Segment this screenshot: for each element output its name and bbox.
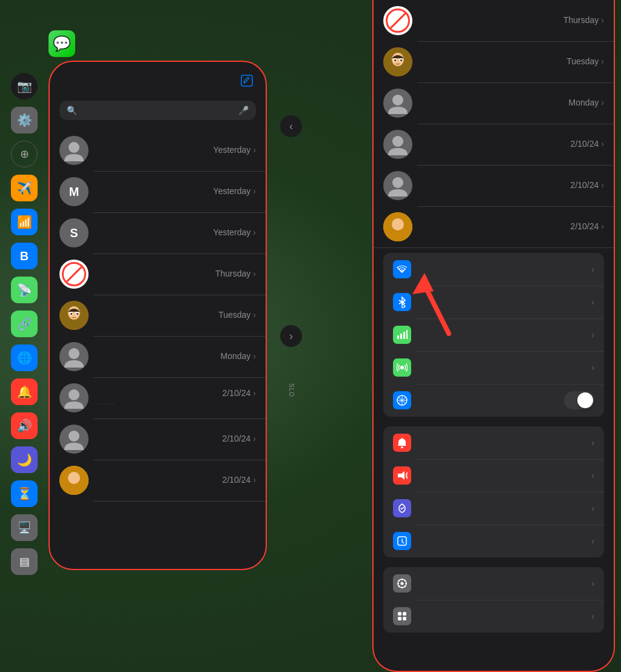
hotspot-icon: [393, 358, 411, 377]
nav-back: ‹: [280, 115, 302, 137]
svg-point-7: [76, 313, 78, 315]
list-item[interactable]: 2/10/24 ›: [374, 206, 614, 247]
avatar-blocked: [383, 6, 412, 35]
search-bar[interactable]: 🔍 🎤: [59, 101, 256, 120]
message-time: Yesterday: [213, 186, 251, 196]
list-item[interactable]: Thursday ›: [374, 0, 614, 41]
message-content: Yesterday ›: [96, 227, 256, 238]
avatar-anime: [59, 301, 89, 330]
avatar: [59, 342, 89, 371]
system-settings-group: › › ›: [383, 426, 604, 557]
left-sidebar: 📷 ⚙️ ⊕ ✈️ 📶 B 📡 🔗 🌐 🔔 🔊 🌙 ⏳ 🖥️ ▤: [0, 0, 49, 672]
cellular-icon: 📡: [11, 277, 38, 303]
message-time: Yesterday: [213, 227, 251, 237]
avatar: S: [59, 218, 89, 247]
list-item[interactable]: Monday ›: [50, 336, 266, 377]
notifications-row[interactable]: ›: [383, 426, 604, 459]
svg-point-28: [400, 366, 404, 369]
controlcenter-row[interactable]: ›: [383, 600, 604, 633]
list-item[interactable]: 2/10/24 ›: [374, 165, 614, 206]
notifications-chevron: ›: [591, 438, 594, 448]
messages-title: [50, 93, 266, 101]
controlcenter-icon: [393, 607, 411, 625]
general-chevron: ›: [591, 579, 594, 588]
messages-header: [50, 62, 266, 93]
list-item[interactable]: 2/10/24 ›: [50, 460, 266, 501]
list-item[interactable]: 2/10/24 › - - - - -: [50, 377, 266, 418]
list-item[interactable]: Tuesday ›: [50, 295, 266, 336]
svg-rect-35: [398, 612, 401, 616]
list-item[interactable]: 2/10/24 ›: [50, 418, 266, 460]
list-item[interactable]: Tuesday ›: [374, 41, 614, 82]
message-time: 2/10/24: [571, 139, 599, 149]
general-settings-group: › ›: [383, 567, 604, 633]
list-item[interactable]: Yesterday ›: [50, 130, 266, 171]
notifications-icon: [393, 434, 411, 452]
message-content: Thursday ›: [96, 269, 256, 280]
svg-point-6: [70, 313, 72, 315]
message-content: Monday ›: [420, 98, 604, 109]
avatar: [383, 171, 412, 200]
list-item[interactable]: M Yesterday ›: [50, 171, 266, 212]
focus-row[interactable]: ›: [383, 492, 604, 525]
controlcenter-chevron: ›: [591, 611, 594, 621]
svg-point-10: [69, 431, 79, 442]
message-content: Yesterday ›: [96, 145, 256, 156]
focus-icon: [393, 499, 411, 517]
message-time: Thursday: [563, 15, 599, 25]
message-time: Monday: [569, 98, 599, 107]
sounds-icon: [393, 466, 411, 485]
list-item[interactable]: Thursday ›: [50, 254, 266, 295]
list-item[interactable]: Monday ›: [374, 82, 614, 124]
message-time: 2/10/24: [571, 180, 599, 190]
sounds-row[interactable]: ›: [383, 459, 604, 492]
list-item[interactable]: S Yesterday ›: [50, 212, 266, 254]
svg-marker-40: [412, 273, 434, 294]
svg-point-12: [68, 472, 80, 484]
slo-label: SLO: [288, 383, 295, 397]
hotspot-row[interactable]: ›: [383, 351, 604, 384]
screentime-settings-icon: [393, 532, 411, 550]
message-content: 2/10/24 ›: [420, 180, 604, 191]
list-item[interactable]: 2/10/24 ›: [374, 124, 614, 165]
message-time: Yesterday: [213, 145, 251, 155]
avatar: M: [59, 177, 89, 206]
screen-icon: 🖥️: [11, 514, 38, 541]
hotspot-chevron: ›: [591, 363, 594, 372]
vpn-toggle[interactable]: [564, 391, 594, 409]
svg-point-18: [400, 59, 402, 61]
vpn-row[interactable]: [383, 384, 604, 417]
airplane-icon: ✈️: [11, 175, 38, 201]
settings-icon: ⚙️: [11, 107, 38, 133]
avatar-anime: [383, 47, 412, 76]
message-content: Monday ›: [96, 351, 256, 362]
compose-icon[interactable]: [240, 74, 253, 87]
avatar: [59, 425, 89, 454]
svg-point-19: [392, 95, 403, 106]
message-content: 2/10/24 › - - - - -: [96, 388, 256, 408]
mic-icon: 🎤: [238, 106, 249, 115]
cellular-chevron: ›: [591, 330, 594, 340]
svg-point-20: [392, 136, 403, 147]
message-time: 2/10/24: [571, 221, 599, 231]
avatar-blocked: [59, 260, 89, 289]
general-row[interactable]: ›: [383, 567, 604, 600]
message-time: Tuesday: [566, 56, 599, 66]
svg-point-9: [69, 389, 79, 400]
globe-icon: 🌐: [11, 344, 38, 371]
avatar: [59, 136, 89, 165]
bell-icon: 🔔: [11, 378, 38, 405]
avatar-partial: [383, 212, 412, 241]
message-content: Yesterday ›: [96, 186, 256, 197]
svg-point-17: [394, 59, 396, 61]
avatar: [383, 130, 412, 159]
red-arrow: [400, 261, 473, 340]
camera-icon: 📷: [11, 73, 38, 99]
svg-point-21: [392, 177, 403, 188]
svg-point-23: [392, 218, 404, 230]
message-content: Tuesday ›: [96, 310, 256, 321]
screentime-chevron: ›: [591, 536, 594, 546]
messages-app-icon: 💬: [49, 30, 75, 57]
screentime-row[interactable]: ›: [383, 525, 604, 557]
center-area: ‹ › SLO: [273, 0, 309, 672]
